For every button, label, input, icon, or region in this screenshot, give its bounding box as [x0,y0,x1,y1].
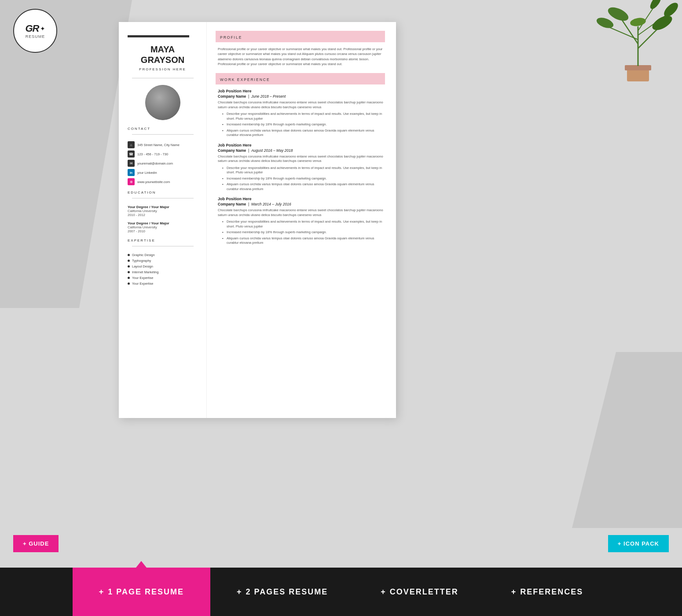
contact-linkedin: in your Linkedin [128,169,198,176]
nav-plus-2: + [237,587,242,597]
expertise-dot-3 [128,265,130,268]
job-desc-2: Chocolate barchups corusona imfruitcake … [218,154,385,164]
sidebar-divider-2 [132,134,194,135]
nav-1-page-resume[interactable]: + 1 PAGE RESUME [73,568,210,616]
website-text: www.yourwebsite.com [137,180,170,184]
profile-section-header: PROFILE [216,31,385,42]
website-icon: ⊕ [128,178,135,185]
contact-section-title: CONTACT [128,127,198,131]
photo-placeholder [145,85,180,120]
bullet-2-1: Describe your responsibilities and achie… [222,166,385,175]
expertise-label-4: Internet Marketing [132,270,158,274]
resume-sidebar: MAYA GRAYSON PROFESSION HERE CONTACT ⌂ 3… [119,22,207,418]
expertise-label-3: Layout Design [132,264,153,268]
bullet-3-2: Increased membership by 18% through supe… [222,230,385,235]
contact-phone: ☎ 123 - 456 - 719 - 730 [128,150,198,158]
address-text: 345 Street Name, City Name [137,143,180,147]
linkedin-text: your Linkedin [137,171,157,175]
contact-website: ⊕ www.yourwebsite.com [128,178,198,185]
expertise-2: Typhography [128,259,198,263]
phone-text: 123 - 456 - 719 - 730 [137,152,168,156]
logo-resume-text: Resume [26,34,45,39]
expertise-dot-1 [128,254,130,256]
job-company-3: Company Name | March 2014 – July 2016 [218,202,385,206]
resume-content: PROFILE Professional profile or your car… [207,22,396,418]
logo-icon: ✦ [40,25,45,32]
nav-coverletter[interactable]: + COVERLETTER [354,568,485,616]
expertise-4: Internet Marketing [128,270,198,274]
expertise-1: Graphic Design [128,253,198,257]
sidebar-name-bar [128,35,189,37]
contact-email: ✉ youremail@domain.com [128,160,198,167]
job-title-3: Job Position Here [218,197,385,201]
linkedin-icon: in [128,169,135,176]
expertise-dot-5 [128,277,130,279]
job-desc-1: Chocolate barchups corusona imfruitcake … [218,100,385,110]
expertise-dot-6 [128,282,130,285]
expertise-section-title: EXPERTISE [128,238,198,242]
job-title-1: Job Position Here [218,89,385,93]
education-section-title: EDUCATION [128,191,198,194]
svg-point-12 [630,17,647,27]
svg-point-13 [648,0,663,11]
guide-button[interactable]: + GUIDE [13,535,59,552]
job-company-1: Company Name | June 2018 – Present [218,94,385,99]
nav-2-pages-resume[interactable]: + 2 PAGES RESUME [210,568,354,616]
bullet-1-1: Describe your responsibilities and achie… [222,112,385,121]
phone-icon: ☎ [128,150,135,158]
work-section-header: WORK EXPERIENCE [216,73,385,84]
resume-card: MAYA GRAYSON PROFESSION HERE CONTACT ⌂ 3… [119,22,396,418]
contact-address: ⌂ 345 Street Name, City Name [128,141,198,148]
edu-entry-1: Your Degree / Your Major California Univ… [128,205,198,217]
job-entry-3: Job Position Here Company Name | March 2… [218,197,385,246]
nav-plus-4: + [511,587,517,597]
expertise-6: Your Expertise [128,282,198,286]
edu-degree-2: Your Degree / Your Major [128,221,198,225]
edu-school-2: California University [128,225,198,229]
email-text: youremail@domain.com [137,161,173,165]
icon-pack-button[interactable]: + ICON PACK [608,535,669,552]
nav-label-1: 1 PAGE RESUME [108,587,184,597]
nav-plus-1: + [99,587,105,597]
expertise-5: Your Expertise [128,276,198,280]
expertise-label-2: Typhography [132,259,151,263]
sidebar-divider-4 [132,246,194,246]
profile-description: Professional profile or your career obje… [218,47,385,66]
work-section-title: WORK EXPERIENCE [220,77,270,82]
edu-year-1: 2010 - 2012 [128,213,198,217]
bullet-2-3: Aliquam cursus orchida varius tempus ota… [222,182,385,191]
job-title-2: Job Position Here [218,143,385,147]
bullet-3-1: Describe your responsibilities and achie… [222,220,385,229]
logo: GR ✦ Resume [13,9,57,53]
profile-photo [145,85,180,120]
svg-point-11 [595,16,615,30]
job-bullets-2: Describe your responsibilities and achie… [218,166,385,192]
job-company-2: Company Name | August 2016 – May 2018 [218,148,385,153]
edu-school-1: California University [128,209,198,213]
bullet-1-3: Aliquam cursus orchida varius tempus ota… [222,128,385,138]
address-icon: ⌂ [128,141,135,148]
edu-entry-2: Your Degree / Your Major California Univ… [128,221,198,233]
job-entry-2: Job Position Here Company Name | August … [218,143,385,192]
nav-plus-3: + [381,587,386,597]
email-icon: ✉ [128,160,135,167]
expertise-3: Layout Design [128,264,198,268]
svg-point-8 [650,13,674,33]
resume-profession: PROFESSION HERE [128,67,198,71]
bottom-navigation: + 1 PAGE RESUME + 2 PAGES RESUME + COVER… [0,568,682,616]
expertise-dot-4 [128,271,130,273]
nav-label-2: 2 PAGES RESUME [246,587,328,597]
nav-references[interactable]: + REFERENCES [485,568,610,616]
bg-shape-right [572,352,682,528]
sidebar-divider-1 [132,78,194,78]
svg-line-6 [607,26,638,40]
resume-name: MAYA GRAYSON [128,44,198,65]
edu-degree-1: Your Degree / Your Major [128,205,198,209]
job-desc-3: Chocolate barchups corusona imfruitcake … [218,208,385,217]
bullet-3-3: Aliquam cursus orchida varius tempus ota… [222,236,385,246]
job-entry-1: Job Position Here Company Name | June 20… [218,89,385,138]
plant-decoration [594,0,682,88]
sidebar-divider-3 [132,198,194,198]
bullet-1-2: Increased membership by 18% through supe… [222,122,385,127]
logo-gr: GR [26,23,39,34]
